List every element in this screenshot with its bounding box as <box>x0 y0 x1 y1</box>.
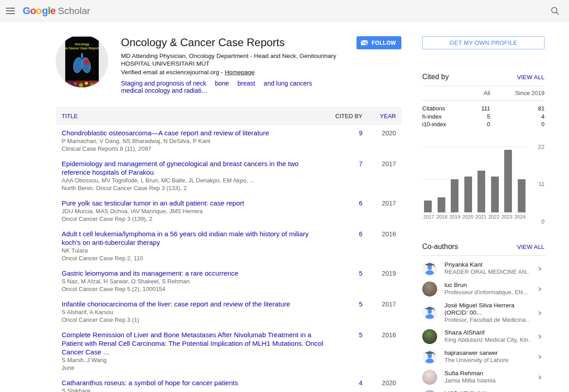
sort-by-year-header[interactable]: YEAR <box>362 113 401 120</box>
get-my-own-profile-button[interactable]: GET MY OWN PROFILE <box>422 36 545 49</box>
interest-link[interactable]: bone <box>215 80 229 87</box>
interest-link[interactable]: medical oncology and radiati… <box>121 87 207 94</box>
publication-year: 2020 <box>362 378 401 392</box>
coauthor-avatar <box>422 305 437 320</box>
coauthor-row[interactable]: Priyanka Kant READER ORAL MEDICINE AN… › <box>422 258 545 279</box>
coauthor-name: Priyanka Kant <box>444 261 530 268</box>
coauthor-avatar <box>422 349 437 364</box>
homepage-link[interactable]: Homepage <box>225 69 255 76</box>
interest-link[interactable]: and lung cancers <box>264 80 312 87</box>
coauthor-name: Shaza AlSharif <box>444 329 530 336</box>
citation-bar-year-label: 2018 <box>435 214 448 220</box>
publication-title-link[interactable]: Adult t cell leukemia/lymphoma in a 56 y… <box>62 229 326 247</box>
publication-title-link[interactable]: Pure yolk sac testicular tumor in an adu… <box>62 199 326 207</box>
profile-name: Oncology & Cancer Case Reports <box>121 36 361 49</box>
coauthor-avatar <box>422 261 437 276</box>
cited-by-heading: Cited by <box>422 73 449 81</box>
google-scholar-logo[interactable]: Google Scholar <box>23 5 90 17</box>
chevron-right-icon: › <box>538 263 545 273</box>
search-icon[interactable] <box>549 5 561 17</box>
citation-bar-2024[interactable] <box>518 179 526 212</box>
publication-row: Epidemiology and management of gynecolog… <box>56 156 401 195</box>
cited-by-count-link[interactable]: 6 <box>359 230 362 238</box>
publication-year: 2016 <box>362 330 401 371</box>
publication-row: Pure yolk sac testicular tumor in an adu… <box>56 195 401 226</box>
sort-by-cited-header[interactable]: CITED BY <box>326 113 362 120</box>
publication-authors: JDU Murcia, MAS Ochoa, IAV Manrique, JMS… <box>62 208 326 215</box>
sort-by-title-header[interactable]: TITLE <box>56 113 326 120</box>
citation-bar-2020[interactable] <box>464 177 472 212</box>
publication-authors: S Shikhare <box>62 388 326 392</box>
verified-email: Verified email at esciencejournal.org - … <box>121 69 361 76</box>
profile-avatar[interactable]: Oncology & Cancer Case Report <box>56 35 108 87</box>
scholar-logo-text: Scholar <box>58 5 90 16</box>
right-sidebar: GET MY OWN PROFILE Cited by VIEW ALL All… <box>422 22 545 392</box>
citation-bar-2017[interactable] <box>424 201 432 212</box>
metric-row-h-index: h-index 5 4 <box>422 113 545 121</box>
citation-bar-2021[interactable] <box>477 171 485 212</box>
lungs-illustration <box>69 52 95 76</box>
citation-bar-2022[interactable] <box>491 177 499 212</box>
journal-cover-image: Oncology & Cancer Case Report <box>65 37 99 87</box>
coauthor-row[interactable]: MSR KRISHNA Acharya NG Ranga Agricultura… <box>422 387 545 392</box>
publication-title-link[interactable]: Infantile choriocarcinoma of the liver: … <box>62 300 326 308</box>
coauthor-name: hajirasarwer sarwer <box>444 349 530 357</box>
interest-link[interactable]: breast <box>237 80 255 87</box>
publication-authors: AAA Obossou, MV Tognifode, L Brun, MC Ba… <box>62 177 326 184</box>
cited-by-count-link[interactable]: 7 <box>359 160 362 167</box>
cited-by-count-link[interactable]: 4 <box>359 379 362 387</box>
cited-by-count-link[interactable]: 5 <box>359 301 362 308</box>
coauthor-affiliation: Professeur d'informatique, EN… <box>444 289 530 296</box>
cited-by-count-link[interactable]: 9 <box>359 129 362 137</box>
citations-chart-labels: 20172018201920202021202220232024 <box>422 214 526 220</box>
coauthors-section: Co-authors VIEW ALL Priyanka Kant READER… <box>422 243 545 392</box>
cited-by-count-link[interactable]: 6 <box>359 200 362 207</box>
citation-bar-2018[interactable] <box>438 197 445 212</box>
publication-authors: NK Tulara <box>62 248 326 254</box>
publication-authors: S Naz, M Afzal, H Sarwar, O Shakeel, S R… <box>62 278 326 285</box>
publication-title-link[interactable]: Chondroblastic osteosarcoma—A case repor… <box>62 129 326 137</box>
metric-row-citations: Citations 111 81 <box>422 105 545 113</box>
metric-column-headers: All Since 2019 <box>422 86 545 100</box>
cited-by-view-all-link[interactable]: VIEW ALL <box>517 74 545 81</box>
coauthor-row[interactable]: Shaza AlSharif King Abdulaziz Medical Ci… <box>422 326 545 347</box>
metric-row-i10-index: i10-index 0 0 <box>422 120 545 129</box>
coauthor-row[interactable]: hajirasarwer sarwer The University of La… <box>422 347 545 367</box>
coauthor-row[interactable]: luc Brun Professeur d'informatique, EN… … <box>422 279 545 299</box>
publication-title-link[interactable]: Gastric leiomyoma and its management: a … <box>62 269 326 277</box>
publication-row: Gastric leiomyoma and its management: a … <box>56 265 401 296</box>
publication-year: 2017 <box>362 159 401 191</box>
y-axis-tick: 0 <box>541 218 545 225</box>
citation-bar-2023[interactable] <box>504 150 512 212</box>
publication-row: Chondroblastic osteosarcoma—A case repor… <box>56 125 401 156</box>
coauthors-view-all-link[interactable]: VIEW ALL <box>517 244 545 250</box>
y-axis-tick: 11 <box>539 181 545 187</box>
journal-cover-title: Oncology & Cancer Case Report <box>65 42 99 50</box>
publication-title-link[interactable]: Catharanthus roseus: a symbol of hope fo… <box>62 378 326 387</box>
coauthor-row[interactable]: José Miguel Silva Herrera (ORCID: 00... … <box>422 299 545 326</box>
follow-button[interactable]: FOLLOW <box>357 36 401 49</box>
coauthor-row[interactable]: Sufia Rehman Jamia Millia Islamia › <box>422 367 545 387</box>
chevron-right-icon: › <box>538 331 545 341</box>
cited-by-count-link[interactable]: 5 <box>359 331 362 339</box>
citation-bar-year-label: 2019 <box>448 214 462 220</box>
profile-description: MD Attending Physician, Oncology Departm… <box>121 52 361 67</box>
y-axis-tick: 22 <box>538 143 545 150</box>
publication-venue: Clinical Case Reports 8 (11), 2097 <box>62 146 326 153</box>
coauthor-affiliation: King Abdulaziz Medical City, Kin… <box>444 336 530 344</box>
main-column: Oncology & Cancer Case Report Oncology &… <box>56 22 401 392</box>
publication-venue: Oncol Cancer Case Rep 3 (139), 2 <box>62 216 326 223</box>
publication-title-link[interactable]: Epidemiology and management of gynecolog… <box>62 159 326 177</box>
publication-row: Complete Remission of Liver and Bone Met… <box>56 327 401 375</box>
hamburger-menu-icon[interactable] <box>6 8 15 14</box>
citation-bar-2019[interactable] <box>451 179 458 212</box>
publication-title-link[interactable]: Complete Remission of Liver and Bone Met… <box>62 330 326 356</box>
cited-by-count-link[interactable]: 5 <box>359 270 362 277</box>
coauthor-name: luc Brun <box>444 282 530 289</box>
publication-authors: S Marsh, J Wang <box>62 357 326 364</box>
coauthor-affiliation: The University of Lahore <box>444 357 530 364</box>
coauthor-affiliation: Jamia Millia Islamia <box>444 377 530 384</box>
interest-link[interactable]: Staging and prognosis of neck <box>121 80 206 87</box>
publication-year: 2019 <box>362 269 401 292</box>
coauthor-name: Sufia Rehman <box>444 370 530 377</box>
